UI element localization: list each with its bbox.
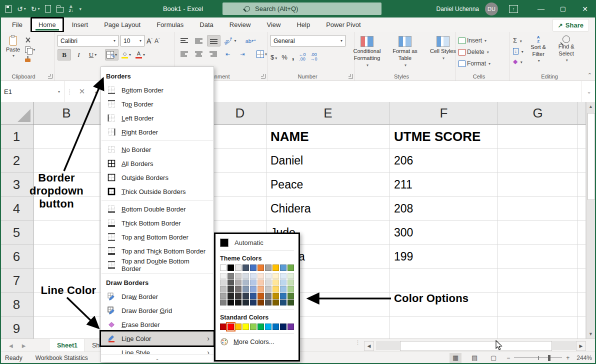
search-input[interactable]: Search (Alt+Q) <box>222 2 382 15</box>
cell-partial-1[interactable] <box>578 125 586 149</box>
normal-view-icon[interactable]: ▦ <box>450 353 462 363</box>
row-header-3[interactable]: 3 <box>0 173 34 197</box>
new-file-icon[interactable] <box>45 5 51 12</box>
tint-color-swatch[interactable] <box>250 300 256 306</box>
menu-item-line-color[interactable]: Line Color› <box>101 332 214 346</box>
tint-color-swatch[interactable] <box>250 280 256 286</box>
page-break-view-icon[interactable]: ▢ <box>488 353 500 363</box>
row-header-4[interactable]: 4 <box>0 197 34 221</box>
scroll-down-icon[interactable]: ▼ <box>588 330 594 338</box>
insert-button[interactable]: Insert▾ <box>458 36 490 44</box>
theme-color-swatch[interactable] <box>220 264 226 271</box>
tint-color-swatch[interactable] <box>235 273 242 279</box>
cell-G3[interactable] <box>498 173 578 197</box>
cell-G8[interactable] <box>498 293 578 317</box>
theme-color-swatch[interactable] <box>265 264 272 271</box>
clipboard-dialog-launcher[interactable] <box>48 74 52 78</box>
theme-color-swatch[interactable] <box>280 264 286 271</box>
tint-color-swatch[interactable] <box>242 280 249 286</box>
cut-icon[interactable] <box>25 37 31 43</box>
theme-color-swatch[interactable] <box>272 264 279 271</box>
cell-B7[interactable] <box>34 269 100 293</box>
scrollbar-resize-handle[interactable]: ⋮ <box>355 342 360 344</box>
standard-color-swatch[interactable] <box>220 324 226 330</box>
tint-color-swatch[interactable] <box>235 293 242 299</box>
tint-color-swatch[interactable] <box>242 300 249 306</box>
cell-B9[interactable] <box>34 317 100 338</box>
cell-G2[interactable] <box>498 149 578 173</box>
column-header-partial[interactable] <box>578 102 586 125</box>
menu-item-top-border[interactable]: Top Border <box>101 97 214 111</box>
bold-button[interactable]: B <box>58 49 71 60</box>
menu-scroll-down-icon[interactable]: ⌄ <box>101 354 214 362</box>
cell-F5[interactable]: 300 <box>390 221 498 245</box>
cell-partial-9[interactable] <box>578 317 586 338</box>
tab-power-pivot[interactable]: Power Pivot <box>318 18 368 32</box>
tint-color-swatch[interactable] <box>258 280 264 286</box>
tint-color-swatch[interactable] <box>242 286 249 292</box>
zoom-out-icon[interactable]: − <box>506 354 510 362</box>
horizontal-scroll-thumb[interactable] <box>400 341 552 351</box>
row-header-7[interactable]: 7 <box>0 269 34 293</box>
workbook-statistics[interactable]: Workbook Statistics <box>36 354 88 362</box>
tint-color-swatch[interactable] <box>250 273 256 279</box>
format-as-table-button[interactable]: Format as Table▾ <box>387 35 423 68</box>
tint-color-swatch[interactable] <box>280 293 286 299</box>
tab-review[interactable]: Review <box>222 18 259 32</box>
collapse-ribbon-icon[interactable]: ⌃ <box>588 72 592 78</box>
tab-file[interactable]: File <box>4 18 30 32</box>
menu-item-draw-border[interactable]: Draw Border <box>101 290 214 304</box>
vertical-scrollbar[interactable]: ▲ ▼ <box>586 102 596 338</box>
menu-item-no-border[interactable]: No Border <box>101 142 214 156</box>
close-button[interactable]: ✕ <box>574 0 596 18</box>
alignment-dialog-launcher[interactable] <box>261 74 266 78</box>
menu-item-bottom-double-border[interactable]: Bottom Double Border <box>101 202 214 216</box>
tint-color-swatch[interactable] <box>272 280 279 286</box>
zoom-level[interactable]: 244% <box>576 354 592 362</box>
wrap-text-button[interactable]: ab↩ <box>244 36 257 46</box>
expand-formula-bar-icon[interactable]: ⌄ <box>582 81 596 102</box>
tint-color-swatch[interactable] <box>250 286 256 292</box>
tint-color-swatch[interactable] <box>288 280 294 286</box>
tab-insert[interactable]: Insert <box>64 18 96 32</box>
menu-item-outside-borders[interactable]: Outside Borders <box>101 170 214 184</box>
delete-button[interactable]: Delete▾ <box>458 48 490 56</box>
increase-indent-icon[interactable]: ⇥ <box>236 49 248 60</box>
menu-item-thick-outside-borders[interactable]: Thick Outside Borders <box>101 184 214 198</box>
cell-E2[interactable]: Daniel <box>266 149 390 173</box>
tint-color-swatch[interactable] <box>280 280 286 286</box>
cell-B6[interactable] <box>34 245 100 269</box>
cell-E3[interactable]: Peace <box>266 173 390 197</box>
share-button[interactable]: ↗ Share <box>552 19 589 32</box>
tint-color-swatch[interactable] <box>235 280 242 286</box>
page-layout-view-icon[interactable]: ▤ <box>468 353 480 363</box>
cell-F4[interactable]: 208 <box>390 197 498 221</box>
standard-color-swatch[interactable] <box>242 324 249 330</box>
align-center-icon[interactable] <box>192 49 205 60</box>
underline-button[interactable]: U▾ <box>86 50 99 60</box>
ribbon-display-options-icon[interactable]: ↑ <box>509 5 518 13</box>
tint-color-swatch[interactable] <box>220 293 226 299</box>
row-header-1[interactable]: 1 <box>0 125 34 149</box>
cancel-icon[interactable]: ✕ <box>74 81 90 102</box>
cell-G1[interactable] <box>498 125 578 149</box>
cell-partial-7[interactable] <box>578 269 586 293</box>
tint-color-swatch[interactable] <box>258 286 264 292</box>
tint-color-swatch[interactable] <box>288 300 294 306</box>
cell-E4[interactable]: Chidera <box>266 197 390 221</box>
sheet-nav-right-icon[interactable]: ▶ <box>22 343 26 348</box>
cell-G6[interactable] <box>498 245 578 269</box>
tab-help[interactable]: Help <box>288 18 318 32</box>
cell-F8[interactable] <box>390 293 498 317</box>
paste-button[interactable]: Paste ▾ <box>3 35 23 59</box>
cell-partial-3[interactable] <box>578 173 586 197</box>
sort-az-icon[interactable]: AZ↓ <box>69 5 74 13</box>
bottom-align-icon[interactable] <box>207 35 220 46</box>
tint-color-swatch[interactable] <box>288 293 294 299</box>
tint-color-swatch[interactable] <box>228 273 234 279</box>
tint-color-swatch[interactable] <box>228 286 234 292</box>
maximize-button[interactable]: ▢ <box>552 0 574 18</box>
cell-B5[interactable] <box>34 221 100 245</box>
theme-color-swatch[interactable] <box>242 264 249 271</box>
cell-G7[interactable] <box>498 269 578 293</box>
